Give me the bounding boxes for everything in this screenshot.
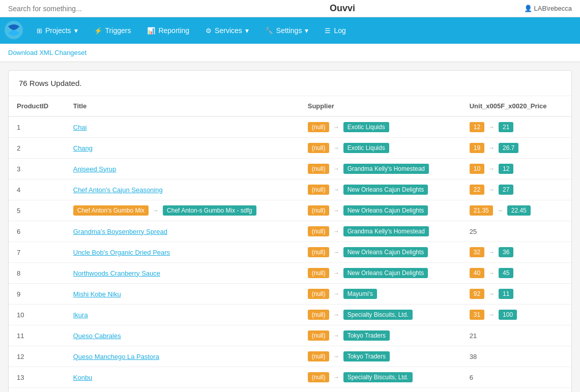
col-title: Title xyxy=(65,96,300,116)
title-link[interactable]: Aniseed Syrup xyxy=(73,165,117,173)
title-link[interactable]: Queso Manchego La Pastora xyxy=(73,353,159,360)
arrow-icon: → xyxy=(333,249,339,256)
title-link[interactable]: Queso Cabrales xyxy=(73,332,121,340)
title-link[interactable]: Uncle Bob's Organic Dried Pears xyxy=(73,249,170,256)
supplier-from-badge: (null) xyxy=(308,164,330,174)
rows-updated-label: 76 Rows Updated. xyxy=(9,71,571,96)
supplier-from-badge: (null) xyxy=(308,351,330,361)
table-row: 3Aniseed Syrup (null) → Grandma Kelly's … xyxy=(9,159,571,179)
nav-item-reporting[interactable]: 📊 Reporting xyxy=(140,22,196,39)
title-link[interactable]: Konbu xyxy=(73,374,93,381)
title-link[interactable]: Chang xyxy=(73,144,93,152)
cell-price: 22 → 27 xyxy=(461,179,571,200)
price-static: 21 xyxy=(470,332,477,340)
log-icon: ☰ xyxy=(325,27,331,35)
price-change: 12 → 21 xyxy=(470,122,563,132)
cell-supplier: (null) → Tokyo Traders xyxy=(300,325,461,346)
supplier-from-badge: (null) xyxy=(308,226,330,236)
price-to-badge: 21 xyxy=(499,122,513,132)
arrow-icon: → xyxy=(333,124,339,131)
cell-price: 19 → 26.7 xyxy=(461,138,571,159)
nav-label-triggers: Triggers xyxy=(105,26,131,35)
title-change: Chef Anton's Gumbo Mix → Chef Anton-s Gu… xyxy=(73,205,292,216)
price-change: 21.35 → 22.45 xyxy=(470,205,563,216)
data-table: ProductID Title Supplier Unit_x005F_x002… xyxy=(9,96,571,392)
cell-title: Mishi Kobe Niku xyxy=(65,284,300,305)
arrow-icon: → xyxy=(488,290,495,297)
supplier-from-badge: (null) xyxy=(308,122,330,132)
cell-supplier: (null) → New Orleans Cajun Delights xyxy=(300,242,461,263)
cell-title: Chef Anton's Cajun Seasoning xyxy=(65,179,300,200)
price-from-badge: 22 xyxy=(470,185,484,195)
title-to-badge: Chef Anton-s Gumbo Mix - sdfg xyxy=(163,205,256,216)
cell-supplier: (null) → Grandma Kelly's Homestead xyxy=(300,159,461,179)
projects-icon: ⊞ xyxy=(37,27,42,35)
nav-label-reporting: Reporting xyxy=(158,26,189,35)
table-row: 13Konbu (null) → Specialty Biscuits, Ltd… xyxy=(9,367,571,388)
cell-supplier: (null) → Grandma Kelly's Homestead xyxy=(300,221,461,242)
price-from-badge: 40 xyxy=(470,268,484,278)
arrow-icon: → xyxy=(333,290,339,297)
arrow-icon: → xyxy=(488,124,495,131)
supplier-to-badge: Specialty Biscuits, Ltd. xyxy=(343,372,413,382)
nav-bar: ⊞ Projects ▾ ⚡ Triggers 📊 Reporting ⚙ Se… xyxy=(0,17,580,44)
nav-label-projects: Projects xyxy=(45,26,71,35)
cell-price: 21 xyxy=(461,325,571,346)
supplier-to-badge: New Orleans Cajun Delights xyxy=(343,185,428,195)
cell-supplier: (null) → Specialty Biscuits, Ltd. xyxy=(300,367,461,388)
search-input[interactable] xyxy=(8,5,161,13)
arrow-icon: → xyxy=(333,332,339,339)
nav-item-settings[interactable]: 🔧 Settings ▾ xyxy=(258,22,316,39)
title-link[interactable]: Northwoods Cranberry Sauce xyxy=(73,269,160,277)
title-link[interactable]: Chai xyxy=(73,124,87,131)
title-link[interactable]: Grandma's Boysenberry Spread xyxy=(73,228,167,235)
arrow-icon: → xyxy=(497,207,503,214)
nav-item-services[interactable]: ⚙ Services ▾ xyxy=(198,22,256,39)
cell-title: Chef Anton's Gumbo Mix → Chef Anton-s Gu… xyxy=(65,200,300,221)
cell-price: 32 → 36 xyxy=(461,242,571,263)
cell-title: Grandma's Boysenberry Spread xyxy=(65,221,300,242)
nav-item-projects[interactable]: ⊞ Projects ▾ xyxy=(30,22,85,39)
supplier-to-badge: Specialty Biscuits, Ltd. xyxy=(343,310,413,320)
table-row: 9Mishi Kobe Niku (null) → Mayumi's 92 → … xyxy=(9,284,571,305)
arrow-icon: → xyxy=(333,269,339,277)
title-link[interactable]: Mishi Kobe Niku xyxy=(73,290,121,298)
price-to-badge: 26.7 xyxy=(499,143,518,153)
supplier-to-badge: Mayumi's xyxy=(343,289,377,299)
cell-title: Chang xyxy=(65,138,300,159)
arrow-icon: → xyxy=(333,353,339,360)
services-icon: ⚙ xyxy=(206,27,212,35)
logo[interactable] xyxy=(4,20,30,41)
supplier-from-badge: (null) xyxy=(308,330,330,341)
settings-icon: 🔧 xyxy=(265,27,273,35)
cell-id: 6 xyxy=(9,221,65,242)
supplier-from-badge: (null) xyxy=(308,372,330,382)
cell-supplier: (null) → Exotic Liquids xyxy=(300,138,461,159)
nav-items: ⊞ Projects ▾ ⚡ Triggers 📊 Reporting ⚙ Se… xyxy=(30,22,353,39)
breadcrumb-link[interactable]: Download XML Changeset xyxy=(8,49,86,56)
price-static: 6 xyxy=(470,374,473,381)
col-supplier: Supplier xyxy=(300,96,461,116)
cell-id: 2 xyxy=(9,138,65,159)
table-row: 4Chef Anton's Cajun Seasoning (null) → N… xyxy=(9,179,571,200)
cell-supplier: (null) → Specialty Biscuits, Ltd. xyxy=(300,305,461,325)
title-link[interactable]: Chef Anton's Cajun Seasoning xyxy=(73,186,163,194)
title-link[interactable]: Ikura xyxy=(73,311,88,319)
cell-price: 31 → 100 xyxy=(461,305,571,325)
price-to-badge: 22.45 xyxy=(507,205,531,216)
cell-id: 9 xyxy=(9,284,65,305)
cell-supplier: (null) → Tokyo Traders xyxy=(300,346,461,367)
cell-id: 13 xyxy=(9,367,65,388)
col-price: Unit_x005F_x0020_Price xyxy=(461,96,571,116)
cell-title: Tofu → Tofu - lsdkflskd xyxy=(65,388,300,393)
cell-price: 10 → 12 xyxy=(461,159,571,179)
breadcrumb: Download XML Changeset xyxy=(0,44,580,62)
nav-item-triggers[interactable]: ⚡ Triggers xyxy=(87,22,138,39)
table-row: 7Uncle Bob's Organic Dried Pears (null) … xyxy=(9,242,571,263)
price-from-badge: 31 xyxy=(470,310,484,320)
nav-label-settings: Settings xyxy=(276,26,302,35)
nav-item-log[interactable]: ☰ Log xyxy=(317,22,353,39)
supplier-to-badge: New Orleans Cajun Delights xyxy=(343,247,428,257)
price-change: 19 → 26.7 xyxy=(470,143,563,153)
supplier-to-badge: Grandma Kelly's Homestead xyxy=(343,226,429,236)
